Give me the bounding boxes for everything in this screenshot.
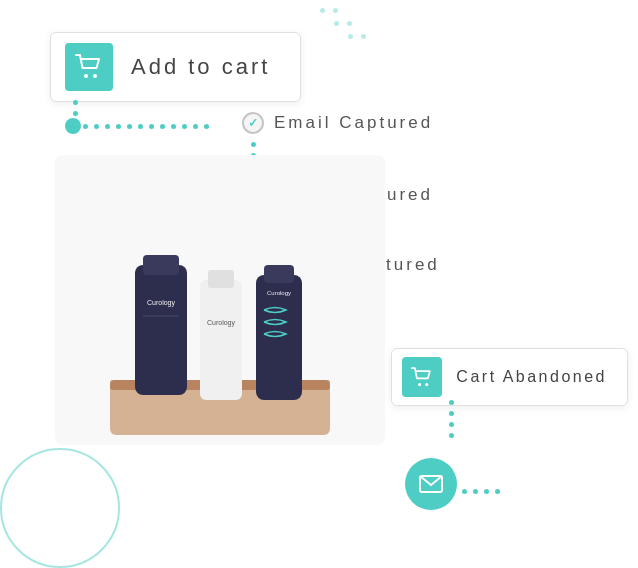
add-to-cart-box: Add to cart: [50, 32, 301, 102]
email-check-circle: ✓: [242, 112, 264, 134]
svg-text:Curology: Curology: [207, 319, 236, 327]
dot: [361, 34, 366, 39]
dot: [449, 411, 454, 416]
dot: [160, 124, 165, 129]
dot: [449, 422, 454, 427]
svg-rect-12: [208, 270, 234, 288]
dot: [138, 124, 143, 129]
v-dots-5: [449, 400, 454, 438]
cart-icon: [75, 54, 103, 80]
add-to-cart-label: Add to cart: [131, 54, 270, 80]
dot: [182, 124, 187, 129]
dot: [348, 34, 353, 39]
decorative-dots-top: [320, 8, 366, 39]
h-dots-email: [83, 124, 209, 129]
svg-rect-10: [143, 315, 179, 317]
dot: [105, 124, 110, 129]
svg-rect-8: [143, 255, 179, 275]
cart-abandoned-box: Cart Abandoned: [391, 348, 628, 406]
dot: [171, 124, 176, 129]
dot: [73, 100, 78, 105]
svg-rect-7: [135, 265, 187, 395]
dot: [73, 111, 78, 116]
dot: [334, 21, 339, 26]
svg-point-0: [84, 74, 88, 78]
dot: [149, 124, 154, 129]
dot: [204, 124, 209, 129]
dot: [495, 489, 500, 494]
svg-point-1: [93, 74, 97, 78]
dot: [484, 489, 489, 494]
svg-point-3: [425, 383, 428, 386]
product-image-area: Curology Curology Curology: [55, 155, 385, 445]
dot: [333, 8, 338, 13]
dot: [193, 124, 198, 129]
dot: [116, 124, 121, 129]
cart-icon-box: [65, 43, 113, 91]
svg-rect-15: [264, 265, 294, 283]
cart-abandoned-label: Cart Abandoned: [456, 368, 607, 386]
email-icon-circle: [405, 458, 457, 510]
h-dots-email-bottom: [462, 489, 500, 494]
dot: [449, 400, 454, 405]
dot: [94, 124, 99, 129]
svg-text:Curology: Curology: [267, 290, 291, 296]
dot: [251, 142, 256, 147]
email-captured-step: ✓ Email Captured: [242, 112, 433, 134]
dot: [320, 8, 325, 13]
scene: Add to cart ✓ Email Captured: [0, 0, 638, 568]
svg-rect-11: [200, 280, 242, 400]
dot: [347, 21, 352, 26]
dot: [83, 124, 88, 129]
connector-dot-1: [65, 118, 81, 134]
cart-abandoned-icon-box: [402, 357, 442, 397]
products-illustration: Curology Curology Curology: [80, 195, 360, 445]
dot: [462, 489, 467, 494]
svg-text:Curology: Curology: [147, 299, 176, 307]
svg-point-2: [418, 383, 421, 386]
decorative-circle: [0, 448, 120, 568]
email-captured-label: Email Captured: [274, 113, 433, 133]
email-check-icon: ✓: [248, 116, 258, 130]
cart-abandoned-icon: [411, 367, 433, 388]
email-icon: [419, 475, 443, 493]
dot: [127, 124, 132, 129]
dot: [473, 489, 478, 494]
dot: [449, 433, 454, 438]
